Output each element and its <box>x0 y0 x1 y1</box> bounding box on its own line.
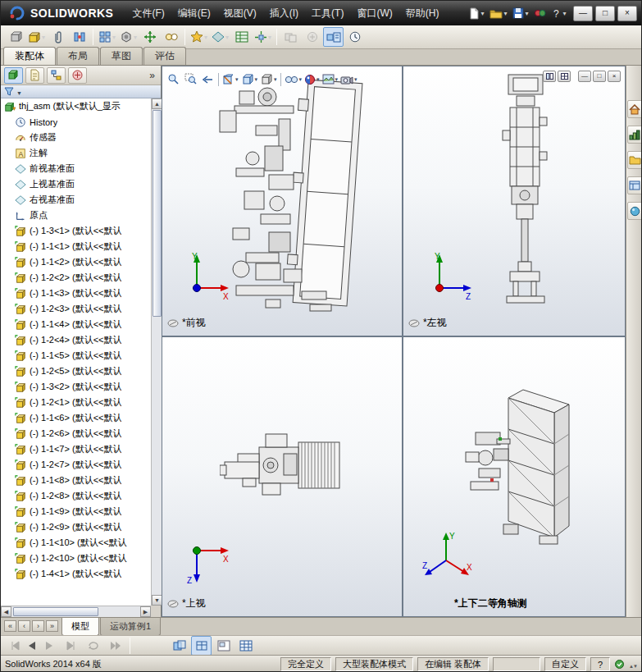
tree-horizontal-scrollbar[interactable]: ◀ ▶ <box>1 606 151 617</box>
tree-component-row[interactable]: (-) 1-1<4> (默认<<默认 <box>1 317 151 332</box>
viewport-isometric[interactable]: Y X Z *上下二等角轴测 <box>403 337 625 616</box>
tree-component-row[interactable]: (-) 1-2<7> (默认<<默认 <box>1 457 151 473</box>
tree-component-row[interactable]: (-) 1-3<2> (默认<<默认 <box>1 379 151 395</box>
mate-button[interactable] <box>69 27 89 47</box>
menu-help[interactable]: 帮助(H) <box>399 1 446 25</box>
tree-component-row[interactable]: (-) 1-2<2> (默认<<默认 <box>1 270 151 286</box>
tree-root-item[interactable]: thj_asm (默认<默认_显示 <box>1 98 151 114</box>
maximize-button[interactable]: □ <box>595 6 615 21</box>
help-button[interactable]: ? <box>550 6 567 21</box>
viewport-layout-button[interactable] <box>558 71 571 82</box>
propertymanager-tab[interactable] <box>25 67 44 84</box>
isometric-view-model[interactable] <box>461 380 584 573</box>
insert-component-button[interactable] <box>26 27 47 47</box>
tree-component-row[interactable]: (-) 1-1<6> (默认<<默认 <box>1 410 151 426</box>
scroll-thumb[interactable] <box>153 110 162 317</box>
tree-component-row[interactable]: (-) 1-1<3> (默认<<默认 <box>1 286 151 301</box>
graphics-area[interactable]: Y X *前视 <box>162 66 626 617</box>
top-view-model[interactable] <box>220 429 344 507</box>
menu-edit[interactable]: 编辑(E) <box>171 1 217 25</box>
tab-layout[interactable]: 布局 <box>57 47 99 65</box>
exploded-view-button[interactable] <box>253 27 273 47</box>
tree-component-row[interactable]: (-) 1-1<8> (默认<<默认 <box>1 473 151 488</box>
apply-scene-button[interactable] <box>321 71 339 87</box>
tab-assembly[interactable]: 装配体 <box>3 47 56 65</box>
options-button[interactable] <box>532 6 548 21</box>
assembly-features-button[interactable] <box>189 27 209 47</box>
viewport-left[interactable]: Y Z *左视 <box>403 66 625 336</box>
attach-button[interactable] <box>48 27 68 47</box>
tree-component-row[interactable]: (-) 1-2<5> (默认<<默认 <box>1 363 151 379</box>
quick-view-mode-button[interactable] <box>191 636 212 656</box>
playback-play-button[interactable] <box>39 636 59 656</box>
hide-show-items-button[interactable] <box>284 71 303 87</box>
scroll-thumb[interactable] <box>13 607 98 616</box>
tab-scroll-first-icon[interactable]: « <box>4 620 16 632</box>
move-component-button[interactable] <box>139 27 160 47</box>
configurationmanager-tab[interactable] <box>47 67 66 84</box>
bom-button[interactable] <box>231 27 252 47</box>
tree-component-row[interactable]: (-) 1-3<1> (默认<<默认 <box>1 223 151 239</box>
filter-dropdown-arrow-icon[interactable] <box>16 86 22 98</box>
new-document-button[interactable] <box>467 6 485 21</box>
smart-component-button[interactable] <box>5 27 25 47</box>
status-resize-icon[interactable] <box>629 660 637 670</box>
playback-reverse-button[interactable] <box>27 641 37 651</box>
dimxpert-tab[interactable] <box>68 67 87 84</box>
tree-item-top-plane[interactable]: 上视基准面 <box>1 176 151 192</box>
tree-item-origin[interactable]: 原点 <box>1 208 151 223</box>
tree-component-row[interactable]: (-) 1-2<3> (默认<<默认 <box>1 301 151 317</box>
tree-component-row[interactable]: (-) 1-2<10> (默认<<默认 <box>1 551 151 566</box>
large-assembly-mode-button[interactable] <box>323 27 344 47</box>
scroll-left-icon[interactable]: ◀ <box>1 606 11 617</box>
grid-system-button[interactable] <box>235 636 256 656</box>
quick-help-button[interactable]: ? <box>590 657 610 671</box>
interference-detection-button[interactable] <box>280 27 301 47</box>
display-style-button[interactable] <box>259 71 278 87</box>
featuremanager-tree-tab[interactable] <box>4 67 23 84</box>
save-button[interactable] <box>511 6 530 21</box>
tree-item-front-plane[interactable]: 前视基准面 <box>1 161 151 176</box>
menu-view[interactable]: 视图(V) <box>217 1 263 25</box>
tab-model[interactable]: 模型 <box>61 618 99 636</box>
design-library-button[interactable] <box>627 126 642 144</box>
tree-component-row[interactable]: (-) 1-2<1> (默认<<默认 <box>1 395 151 410</box>
resources-home-button[interactable] <box>627 100 642 118</box>
tree-component-row[interactable]: (-) 1-2<9> (默认<<默认 <box>1 519 151 535</box>
viewport-split-button[interactable] <box>543 71 556 82</box>
viewport-splitter-vertical[interactable] <box>402 66 403 616</box>
tree-component-row[interactable]: (-) 1-2<8> (默认<<默认 <box>1 488 151 504</box>
menu-window[interactable]: 窗口(W) <box>350 1 398 25</box>
tree-item-history[interactable]: History <box>1 114 151 130</box>
minimize-button[interactable]: — <box>573 6 593 21</box>
tab-evaluate[interactable]: 评估 <box>143 47 186 65</box>
tree-component-row[interactable]: (-) 1-1<10> (默认<<默认 <box>1 535 151 551</box>
playback-loop-button[interactable] <box>83 636 103 656</box>
zoom-fit-button[interactable] <box>165 71 181 87</box>
close-button[interactable]: × <box>617 6 637 21</box>
menu-tools[interactable]: 工具(T) <box>305 1 350 25</box>
playback-first-button[interactable] <box>5 636 25 656</box>
tree-component-row[interactable]: (-) 1-1<9> (默认<<默认 <box>1 504 151 519</box>
document-minimize-button[interactable]: — <box>578 71 591 82</box>
scroll-right-icon[interactable]: ▶ <box>140 606 151 617</box>
view-settings-button[interactable] <box>339 71 358 87</box>
filter-funnel-icon[interactable] <box>4 87 14 96</box>
tree-component-row[interactable]: (-) 1-2<6> (默认<<默认 <box>1 426 151 441</box>
motion-study-button[interactable] <box>344 27 365 47</box>
assembly-xpert-button[interactable] <box>302 27 322 47</box>
reference-geometry-button[interactable] <box>210 27 230 47</box>
open-button[interactable] <box>488 7 508 21</box>
status-tag-icon[interactable] <box>614 659 625 670</box>
playback-speed-button[interactable] <box>105 636 125 656</box>
tab-scroll-right-icon[interactable]: › <box>32 620 44 632</box>
tree-component-row[interactable]: (-) 1-2<4> (默认<<默认 <box>1 332 151 348</box>
tree-vertical-scrollbar[interactable]: ▲ ▼ <box>151 98 162 606</box>
tree-component-row[interactable]: (-) 1-1<5> (默认<<默认 <box>1 348 151 363</box>
viewport-splitter-horizontal[interactable] <box>162 336 625 337</box>
tree-component-row[interactable]: (-) 1-1<1> (默认<<默认 <box>1 239 151 254</box>
viewport-top[interactable]: X Z *上视 <box>162 337 402 616</box>
viewport-front[interactable]: Y X *前视 <box>162 66 402 336</box>
section-view-button[interactable] <box>221 71 239 87</box>
menu-insert[interactable]: 插入(I) <box>263 1 305 25</box>
